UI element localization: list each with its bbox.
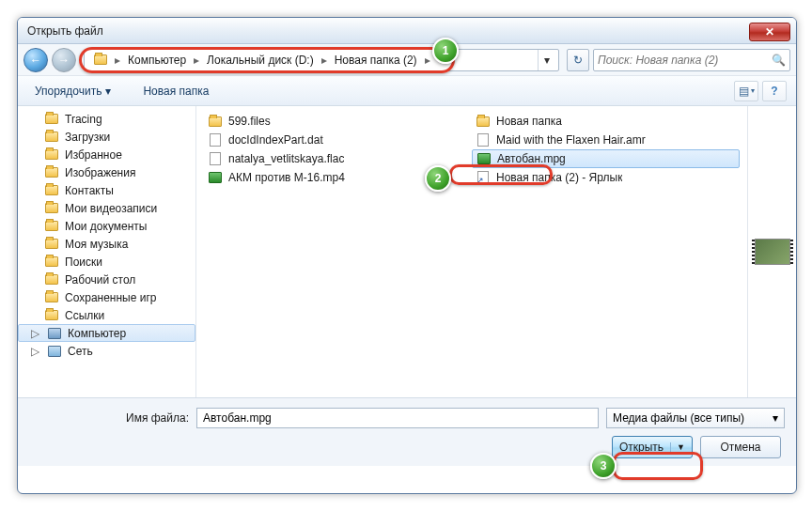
folder-icon (45, 185, 58, 195)
filename-label: Имя файла: (29, 411, 189, 425)
view-mode-button[interactable]: ▤▾ (734, 81, 758, 101)
computer-icon (48, 328, 61, 339)
file-item-selected[interactable]: Автобан.mpg (472, 149, 740, 168)
breadcrumb[interactable]: ▸ Компьютер ▸ Локальный диск (D:) ▸ Нова… (84, 49, 559, 71)
media-icon (209, 172, 222, 183)
chevron-right-icon: ▸ (423, 54, 432, 67)
folder-icon (45, 203, 58, 213)
help-button[interactable]: ? (762, 81, 787, 101)
breadcrumb-dropdown[interactable]: ▾ (538, 50, 554, 70)
expand-icon[interactable]: ▷ (31, 345, 39, 358)
sidebar-item[interactable]: Избранное (18, 146, 195, 163)
sidebar-item[interactable]: Мои видеозаписи (18, 199, 195, 217)
split-chevron-icon: ▼ (670, 442, 685, 452)
sidebar-item-network[interactable]: ▷Сеть (18, 342, 195, 360)
sidebar-item[interactable]: Изображения (18, 163, 195, 181)
bottom-bar: Имя файла: Медиа файлы (все типы) ▾ Откр… (18, 397, 796, 466)
folder-icon (45, 239, 58, 249)
folder-icon (45, 149, 58, 160)
file-item[interactable]: natalya_vetlitskaya.flac (204, 149, 472, 168)
help-icon: ? (771, 85, 777, 98)
filetype-combo[interactable]: Медиа файлы (все типы) ▾ (606, 408, 785, 428)
network-icon (48, 346, 61, 357)
sidebar-item[interactable]: Поиски (18, 253, 195, 271)
refresh-button[interactable]: ↻ (567, 49, 589, 71)
search-input[interactable] (598, 54, 768, 67)
toolbar: Упорядочить ▾ Новая папка ▤▾ ? (18, 76, 796, 106)
sidebar-item[interactable]: Рабочий стол (18, 271, 195, 288)
sidebar-item[interactable]: Ссылки (18, 306, 195, 324)
new-folder-button[interactable]: Новая папка (135, 81, 216, 101)
chevron-right-icon: ▸ (320, 54, 329, 67)
navbar: ← → ▸ Компьютер ▸ Локальный диск (D:) ▸ … (18, 44, 796, 76)
sidebar[interactable]: Tracing Загрузки Избранное Изображения К… (18, 106, 196, 397)
folder-icon (45, 132, 58, 142)
breadcrumb-seg-1[interactable]: Локальный диск (D:) (201, 50, 320, 70)
chevron-right-icon: ▸ (113, 54, 122, 67)
sidebar-item[interactable]: Tracing (18, 110, 195, 128)
folder-icon (45, 274, 58, 285)
folder-icon (45, 114, 58, 124)
chevron-down-icon: ▾ (105, 85, 111, 98)
view-icon: ▤ (739, 85, 749, 98)
folder-icon (45, 256, 58, 267)
file-item[interactable]: 599.files (204, 112, 472, 131)
file-item[interactable]: АКМ против М-16.mp4 (204, 168, 472, 187)
cancel-button[interactable]: Отмена (700, 436, 781, 458)
file-list[interactable]: 599.files docIdIndexPart.dat natalya_vet… (196, 106, 747, 397)
file-icon (477, 133, 489, 147)
back-button[interactable]: ← (23, 48, 48, 72)
chevron-down-icon: ▾ (751, 86, 755, 95)
chevron-down-icon: ▾ (773, 411, 778, 425)
sidebar-item-computer[interactable]: ▷Компьютер (18, 324, 195, 342)
video-thumbnail (755, 239, 790, 265)
file-icon (210, 133, 221, 147)
open-button[interactable]: Открыть ▼ (612, 436, 693, 458)
preview-pane (747, 106, 796, 397)
organize-button[interactable]: Упорядочить ▾ (27, 81, 118, 101)
open-file-dialog: Открыть файл ✕ ← → ▸ Компьютер ▸ Локальн… (17, 17, 797, 494)
file-item[interactable]: docIdIndexPart.dat (204, 131, 472, 149)
file-item[interactable]: Maid with the Flaxen Hair.amr (472, 131, 740, 149)
sidebar-item[interactable]: Мои документы (18, 217, 195, 235)
file-item[interactable]: Новая папка (472, 112, 740, 131)
refresh-icon: ↻ (573, 54, 583, 67)
media-icon (477, 153, 491, 164)
titlebar: Открыть файл ✕ (18, 18, 796, 44)
window-title: Открыть файл (18, 24, 749, 38)
arrow-right-icon: → (58, 54, 70, 67)
folder-icon (94, 54, 107, 65)
folder-icon (476, 116, 490, 127)
breadcrumb-seg-0[interactable]: Компьютер (122, 50, 192, 70)
filename-input[interactable] (196, 408, 599, 428)
folder-icon (209, 116, 222, 127)
folder-icon (45, 221, 58, 231)
forward-button[interactable]: → (52, 48, 76, 72)
search-box[interactable]: 🔍 (593, 49, 790, 71)
folder-icon (45, 310, 58, 320)
file-item[interactable]: Новая папка (2) - Ярлык (472, 168, 740, 187)
folder-icon (45, 167, 58, 178)
sidebar-item[interactable]: Контакты (18, 181, 195, 199)
search-icon: 🔍 (772, 54, 786, 67)
chevron-right-icon: ▸ (192, 54, 201, 67)
file-icon (210, 152, 221, 165)
sidebar-item[interactable]: Моя музыка (18, 235, 195, 253)
shortcut-icon (477, 171, 489, 184)
breadcrumb-icon[interactable] (88, 50, 113, 70)
sidebar-item[interactable]: Сохраненные игр (18, 288, 195, 306)
expand-icon[interactable]: ▷ (31, 327, 39, 340)
arrow-left-icon: ← (30, 54, 41, 67)
breadcrumb-seg-2[interactable]: Новая папка (2) (329, 50, 423, 70)
content-area: Tracing Загрузки Избранное Изображения К… (18, 106, 796, 397)
close-icon: ✕ (765, 25, 774, 39)
sidebar-item[interactable]: Загрузки (18, 128, 195, 146)
close-button[interactable]: ✕ (749, 23, 790, 41)
folder-icon (45, 292, 58, 302)
